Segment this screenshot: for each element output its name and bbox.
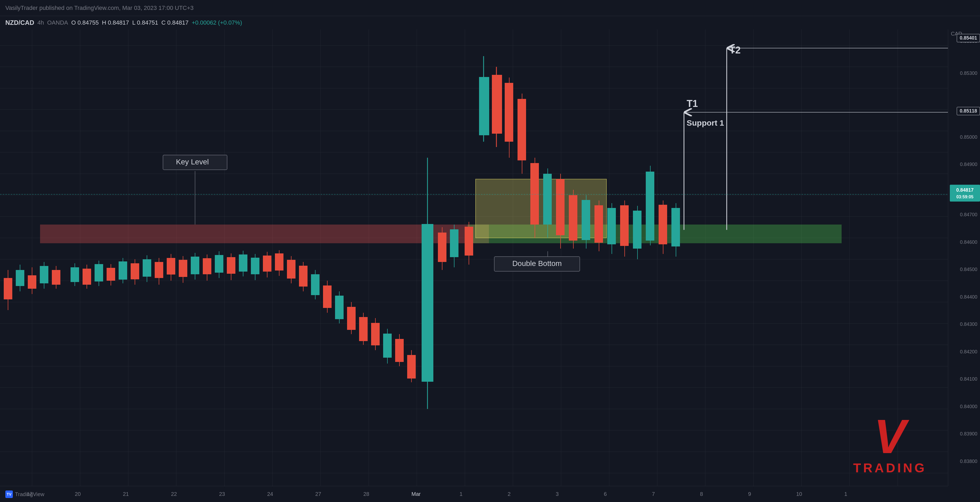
date-28: 28	[363, 491, 369, 497]
date-end: 1	[844, 491, 847, 497]
svg-rect-83	[251, 258, 259, 274]
date-24: 24	[267, 491, 273, 497]
svg-rect-111	[422, 224, 433, 382]
price-label-84100: 0.84100	[960, 376, 977, 382]
date-mar: Mar	[412, 491, 420, 497]
date-1: 1	[460, 491, 463, 497]
svg-rect-73	[191, 257, 199, 274]
svg-rect-57	[95, 264, 103, 282]
svg-rect-69	[167, 258, 175, 274]
tv-label: TradingView	[15, 491, 45, 497]
svg-rect-121	[492, 75, 502, 134]
svg-rect-129	[543, 174, 552, 225]
price-label-83900: 0.83900	[960, 431, 977, 437]
date-9: 9	[748, 491, 751, 497]
svg-text:T2: T2	[729, 45, 741, 56]
date-10: 10	[796, 491, 802, 497]
svg-text:T1: T1	[687, 98, 698, 109]
svg-rect-123	[505, 83, 513, 142]
svg-rect-125	[517, 99, 526, 160]
t1-price-tag: 0.85118	[957, 107, 980, 115]
date-23: 23	[219, 491, 225, 497]
current-price-tag: 0.84817 03:59:05	[950, 185, 980, 202]
price-label-85000: 0.85000	[960, 134, 977, 140]
svg-rect-131	[556, 179, 565, 235]
date-27: 27	[315, 491, 321, 497]
svg-rect-45	[16, 270, 24, 286]
price-label-84200: 0.84200	[960, 349, 977, 355]
date-7: 7	[652, 491, 655, 497]
price-label-84300: 0.84300	[960, 322, 977, 327]
chart-area: T1 T2 Support 1 Key Level Double Bottom	[0, 29, 948, 486]
date-3: 3	[556, 491, 558, 497]
svg-rect-97	[335, 296, 344, 319]
svg-rect-91	[299, 266, 307, 287]
svg-text:Support 1: Support 1	[687, 118, 724, 127]
svg-rect-49	[40, 266, 48, 283]
chart-container: VasilyTrader published on TradingView.co…	[0, 0, 980, 502]
svg-text:Double Bottom: Double Bottom	[512, 259, 562, 268]
price-low: L 0.84751	[132, 19, 158, 26]
date-2: 2	[508, 491, 511, 497]
symbol-timeframe: 4h	[37, 19, 44, 26]
svg-rect-133	[569, 195, 578, 241]
date-8: 8	[700, 491, 703, 497]
date-20: 20	[75, 491, 81, 497]
svg-rect-113	[438, 233, 447, 262]
svg-rect-85	[263, 255, 272, 272]
trading-text: TRADING	[853, 461, 927, 475]
price-change: +0.00062 (+0.07%)	[192, 19, 242, 26]
date-6: 6	[604, 491, 607, 497]
price-label-84700: 0.84700	[960, 212, 977, 218]
bottom-axis: 17 20 21 22 23 24 27 28 Mar 1 2 3 6 7 8 …	[0, 486, 948, 502]
svg-rect-81	[239, 255, 247, 272]
watermark: V TRADING	[853, 413, 927, 475]
svg-rect-87	[275, 253, 283, 271]
svg-rect-147	[659, 205, 667, 244]
svg-rect-79	[227, 257, 235, 274]
price-axis: CAD 0.85500 0.85300 0.85118 0.85000 0.84…	[948, 29, 980, 486]
svg-rect-53	[70, 267, 79, 282]
svg-rect-65	[143, 259, 151, 277]
svg-rect-89	[287, 260, 296, 279]
svg-rect-51	[52, 270, 60, 285]
price-open: O 0.84755	[72, 19, 99, 26]
svg-rect-95	[323, 285, 332, 308]
svg-rect-47	[28, 275, 37, 289]
price-label-84000: 0.84000	[960, 404, 977, 410]
svg-rect-119	[479, 77, 489, 135]
price-close: C 0.84817	[161, 19, 189, 26]
svg-rect-75	[203, 258, 212, 274]
price-label-84500: 0.84500	[960, 267, 977, 273]
symbol-info-bar: NZD/CAD 4h OANDA O 0.84755 H 0.84817 L 0…	[0, 16, 980, 29]
symbol-broker: OANDA	[47, 19, 68, 26]
svg-rect-141	[620, 205, 628, 246]
svg-rect-149	[671, 208, 680, 247]
svg-text:Key Level: Key Level	[176, 158, 209, 166]
svg-rect-77	[215, 255, 223, 273]
t2-price-tag: 0.85401	[957, 34, 980, 42]
v-letter: V	[853, 413, 927, 461]
svg-rect-55	[83, 269, 91, 285]
svg-rect-127	[530, 163, 539, 225]
svg-rect-93	[311, 274, 320, 295]
symbol-name: NZD/CAD	[5, 19, 34, 27]
date-22: 22	[171, 491, 177, 497]
svg-rect-101	[359, 317, 368, 341]
price-high: H 0.84817	[102, 19, 129, 26]
svg-rect-99	[347, 307, 356, 330]
svg-rect-143	[633, 210, 641, 249]
svg-rect-61	[119, 261, 127, 280]
svg-rect-115	[450, 229, 458, 257]
svg-rect-43	[4, 278, 12, 300]
date-21: 21	[123, 491, 129, 497]
svg-rect-145	[646, 172, 654, 241]
svg-rect-117	[465, 227, 473, 255]
price-label-84400: 0.84400	[960, 294, 977, 300]
top-bar: VasilyTrader published on TradingView.co…	[0, 0, 980, 16]
price-label-85300: 0.85300	[960, 70, 977, 76]
svg-rect-59	[107, 268, 115, 280]
svg-rect-107	[395, 339, 404, 362]
price-label-84600: 0.84600	[960, 239, 977, 245]
svg-rect-1	[0, 29, 948, 486]
